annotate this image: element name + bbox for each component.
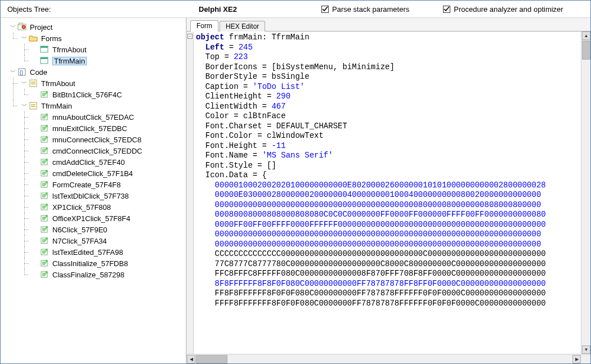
tree-node-method[interactable]: OfficeXP1Click_57F8F4 [30,213,186,224]
scroll-thumb[interactable] [582,41,590,60]
folder-icon [29,34,38,43]
tree-node-code[interactable]: ﹀ {} Code [7,66,186,78]
svg-point-2 [22,25,25,29]
tab-hex[interactable]: HEX Editor [220,21,265,32]
tree-label: cmdAddClick_57EF40 [51,158,126,167]
form-icon [40,56,49,65]
tree-label: Forms [40,34,63,43]
expander-icon[interactable]: ﹀ [21,100,28,111]
tree-node-code-main[interactable]: ﹀ TfrmMain [19,100,186,111]
fold-gutter: − [187,32,194,354]
scroll-up-button[interactable]: ▲ [582,32,590,40]
svg-point-42 [46,271,48,273]
objects-tree-pane[interactable]: ﹀ Project ﹀ [1,18,186,363]
checkbox-icon [321,6,329,13]
scroll-left-button[interactable]: ◀ [187,355,195,363]
scroll-thumb[interactable] [196,355,227,363]
tree-label: ClassInitialize_57FDB8 [51,259,129,268]
tree-label: OfficeXP1Click_57F8F4 [51,214,132,223]
editor-pane: Form HEX Editor − object frmMain: TfrmMa… [186,18,590,363]
method-icon [40,214,49,223]
tree-node-method[interactable]: BitBtn1Click_576F4C [30,89,186,100]
proc-analyzer-checkbox-wrap[interactable]: Procedure analyzer and optimizer [443,5,563,14]
tree-node-method[interactable]: FormCreate_57F4F8 [30,179,186,190]
tree-node-method[interactable]: cmdConnectClick_57EDDC [30,145,186,156]
method-icon [40,180,49,189]
expander-icon[interactable]: ﹀ [21,33,28,44]
tree-node-method[interactable]: ClassFinalize_587298 [30,269,186,280]
expander-icon[interactable]: ﹀ [10,66,16,78]
expander-icon[interactable]: ﹀ [21,78,28,89]
tree-node-forms[interactable]: ﹀ Forms [19,33,186,44]
method-icon [40,236,49,245]
svg-point-38 [46,249,48,251]
method-icon [40,146,49,155]
svg-point-36 [46,237,48,240]
tree-label: mnuConnectClick_57EDC8 [51,136,142,144]
tree-node-method[interactable]: mnuExitClick_57EDBC [30,123,186,134]
expander-icon[interactable]: ﹀ [10,21,16,33]
svg-point-32 [46,215,48,217]
tree-label: cmdDeleteClick_57F1B4 [51,169,134,178]
tree-node-method[interactable]: lstTextEdited_57FA98 [30,246,186,258]
method-icon [40,90,49,99]
tree-node-method[interactable]: N6Click_57F9E0 [30,224,186,235]
tree-node-form-main[interactable]: TfrmMain [30,55,186,66]
svg-point-28 [46,192,48,195]
class-icon [29,79,38,88]
tree-node-code-about[interactable]: ﹀ TfrmAbout [19,78,186,89]
svg-point-22 [46,159,48,161]
method-icon [40,158,49,167]
tree-node-method[interactable]: lstTextDblClick_57F738 [30,190,186,201]
svg-point-34 [46,226,48,228]
brand-label: Delphi XE2 [199,5,311,14]
form-icon [40,45,49,54]
tree-label: mnuExitClick_57EDBC [51,124,128,133]
method-icon [40,225,49,234]
tab-form[interactable]: Form [190,20,218,32]
method-icon [40,169,49,178]
method-icon [40,135,49,144]
svg-point-14 [46,114,48,116]
method-icon [40,248,49,257]
parse-stack-checkbox-wrap[interactable]: Parse stack parameters [321,5,409,14]
tree-label: lstTextEdited_57FA98 [51,248,124,257]
app-window: Objects Tree: Delphi XE2 Parse stack par… [0,0,591,364]
tree-node-method[interactable]: N7Click_57FA34 [30,235,186,246]
svg-rect-9 [30,80,37,87]
tree-label: TfrmMain [40,102,73,110]
tree-node-method[interactable]: ClassInitialize_57FDB8 [30,258,186,269]
svg-point-24 [46,170,48,172]
method-icon [40,259,49,268]
scroll-down-button[interactable]: ▼ [582,345,590,354]
svg-point-40 [46,260,48,262]
tree-node-method[interactable]: XP1Click_57F808 [30,201,186,213]
tree-title: Objects Tree: [7,5,199,14]
tree-node-method[interactable]: mnuAboutClick_57EDAC [30,111,186,123]
tree-node-method[interactable]: mnuConnectClick_57EDC8 [30,134,186,145]
tree-label: XP1Click_57F808 [51,203,112,212]
tree-node-project[interactable]: ﹀ Project [7,21,186,33]
method-icon [40,203,49,212]
svg-point-30 [46,204,48,206]
tree-node-method[interactable]: cmdAddClick_57EF40 [30,156,186,168]
tree-label: TfrmAbout [51,46,88,54]
code-editor[interactable]: object frmMain: TfrmMain Left = 245 Top … [194,32,581,354]
svg-rect-6 [41,57,48,59]
tree-label: N6Click_57F9E0 [51,226,109,234]
fold-toggle-icon[interactable]: − [187,34,192,39]
objects-tree[interactable]: ﹀ Project ﹀ [1,21,186,280]
tree-label: TfrmAbout [40,79,77,88]
vertical-scrollbar[interactable]: ▲ ▼ [581,32,590,354]
code-icon: {} [17,68,26,77]
parse-stack-label: Parse stack parameters [332,5,409,14]
class-icon [29,101,38,110]
svg-rect-4 [41,46,48,48]
tree-node-method[interactable]: cmdDeleteClick_57F1B4 [30,168,186,179]
svg-text:{}: {} [20,70,23,75]
scroll-right-button[interactable]: ▶ [572,355,581,363]
tree-label: mnuAboutClick_57EDAC [51,113,135,122]
horizontal-scrollbar[interactable]: ◀ ▶ [187,354,590,363]
tree-label: N7Click_57FA34 [51,237,108,245]
tree-node-form-about[interactable]: TfrmAbout [30,44,186,55]
